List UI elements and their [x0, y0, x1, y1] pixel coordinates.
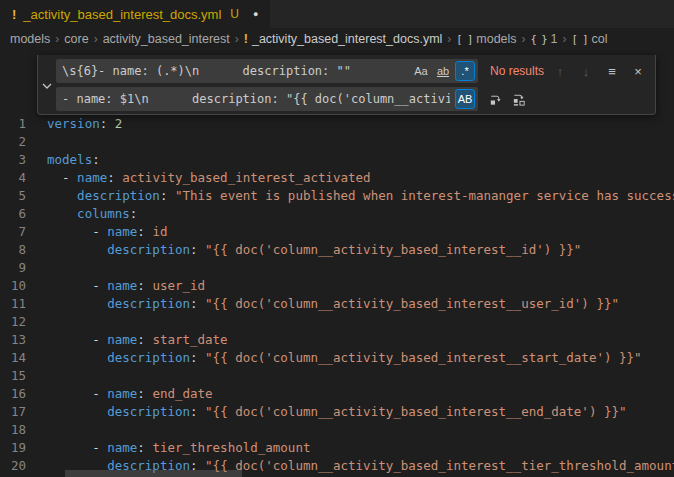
code-text: columns: — [26, 205, 137, 223]
breadcrumb-separator: › — [522, 32, 526, 46]
code-text: version: 2 — [26, 115, 122, 133]
code-line[interactable]: 14 description: "{{ doc('column__activit… — [0, 349, 674, 367]
code-line[interactable]: 13 - name: start_date — [0, 331, 674, 349]
git-status-badge: U — [230, 7, 239, 21]
code-text: description: "{{ doc('column__activity_b… — [26, 295, 619, 313]
code-line[interactable]: 9 — [0, 259, 674, 277]
replace-input[interactable] — [56, 87, 478, 111]
tab-title: _activity_based_interest_docs.yml — [23, 7, 221, 22]
line-number[interactable]: 17 — [0, 403, 26, 421]
chevron-down-icon — [42, 76, 52, 94]
code-text: - name: start_date — [26, 331, 228, 349]
code-line[interactable]: 8 description: "{{ doc('column__activity… — [0, 241, 674, 259]
array-symbol-icon: [ ] — [572, 33, 588, 45]
editor-pane[interactable]: Aa ab .* No results ↑ ↓ ≡ × AB — [0, 50, 674, 477]
code-line[interactable]: 18 — [0, 421, 674, 439]
code-line[interactable]: 19 - name: tier_threshold_amount — [0, 439, 674, 457]
code-text — [26, 367, 47, 385]
line-number[interactable]: 12 — [0, 313, 26, 331]
code-line[interactable]: 17 description: "{{ doc('column__activit… — [0, 403, 674, 421]
breadcrumb: models›core›activity_based_interest›!_ac… — [0, 28, 674, 50]
code-text: models: — [26, 151, 100, 169]
line-number[interactable]: 4 — [0, 169, 26, 187]
breadcrumb-item[interactable]: models — [10, 32, 50, 46]
line-number[interactable]: 10 — [0, 277, 26, 295]
breadcrumb-item[interactable]: [ ]models — [456, 32, 516, 46]
line-number[interactable]: 14 — [0, 349, 26, 367]
close-button[interactable]: × — [629, 62, 647, 80]
code-text: description: "{{ doc('column__activity_b… — [26, 241, 581, 259]
code-line[interactable]: 2 — [0, 133, 674, 151]
line-number[interactable]: 16 — [0, 385, 26, 403]
code-line[interactable]: 15 — [0, 367, 674, 385]
code-text — [26, 133, 47, 151]
code-text: - name: tier_threshold_amount — [26, 439, 310, 457]
code-text: description: "This event is published wh… — [26, 187, 674, 205]
breadcrumb-item[interactable]: !_activity_based_interest_docs.yml — [244, 32, 443, 46]
editor-tab[interactable]: ! _activity_based_interest_docs.yml U ● — [0, 0, 270, 28]
breadcrumb-label: core — [64, 32, 88, 46]
breadcrumb-item[interactable]: core — [64, 32, 88, 46]
code-text — [26, 421, 47, 439]
horizontal-scrollbar[interactable] — [65, 470, 242, 477]
replace-icon — [488, 92, 503, 107]
warning-file-icon: ! — [244, 32, 248, 46]
code-text: description: "{{ doc('column__activity_b… — [26, 349, 642, 367]
find-results-count: No results — [490, 64, 544, 78]
code-line[interactable]: 11 description: "{{ doc('column__activit… — [0, 295, 674, 313]
code-line[interactable]: 5 description: "This event is published … — [0, 187, 674, 205]
tab-bar: ! _activity_based_interest_docs.yml U ● — [0, 0, 674, 28]
line-number[interactable]: 2 — [0, 133, 26, 151]
code-line[interactable]: 3models: — [0, 151, 674, 169]
code-line[interactable]: 1version: 2 — [0, 115, 674, 133]
breadcrumb-label: 1 — [551, 32, 558, 46]
line-number[interactable]: 8 — [0, 241, 26, 259]
line-number[interactable]: 7 — [0, 223, 26, 241]
line-number[interactable]: 3 — [0, 151, 26, 169]
code-text: - name: activity_based_interest_activate… — [26, 169, 371, 187]
whole-word-icon: ab — [437, 66, 449, 77]
code-line[interactable]: 6 columns: — [0, 205, 674, 223]
code-text: description: "{{ doc('column__activity_b… — [26, 403, 627, 421]
regex-button[interactable]: .* — [455, 61, 475, 81]
line-number[interactable]: 11 — [0, 295, 26, 313]
find-input-box: Aa ab .* — [56, 59, 478, 83]
next-match-button[interactable]: ↓ — [577, 62, 595, 80]
whole-word-button[interactable]: ab — [433, 61, 453, 81]
breadcrumb-label: _activity_based_interest_docs.yml — [252, 32, 442, 46]
warning-file-icon: ! — [12, 7, 16, 22]
preserve-case-button[interactable]: AB — [455, 89, 475, 109]
breadcrumb-separator: › — [235, 32, 239, 46]
line-number[interactable]: 18 — [0, 421, 26, 439]
replace-all-button[interactable] — [510, 90, 528, 108]
line-number[interactable]: 5 — [0, 187, 26, 205]
breadcrumb-label: models — [10, 32, 50, 46]
match-case-button[interactable]: Aa — [411, 61, 431, 81]
find-in-selection-button[interactable]: ≡ — [603, 62, 621, 80]
line-number[interactable]: 9 — [0, 259, 26, 277]
breadcrumb-item[interactable]: activity_based_interest — [103, 32, 230, 46]
line-number[interactable]: 6 — [0, 205, 26, 223]
breadcrumb-separator: › — [94, 32, 98, 46]
replace-input-box: AB — [56, 87, 478, 111]
previous-match-button[interactable]: ↑ — [551, 62, 569, 80]
code-line[interactable]: 4 - name: activity_based_interest_activa… — [0, 169, 674, 187]
code-line[interactable]: 12 — [0, 313, 674, 331]
code-line[interactable]: 16 - name: end_date — [0, 385, 674, 403]
modified-indicator[interactable]: ● — [253, 9, 258, 19]
line-number[interactable]: 15 — [0, 367, 26, 385]
replace-button[interactable] — [486, 90, 504, 108]
line-number[interactable]: 20 — [0, 457, 26, 475]
line-number[interactable]: 19 — [0, 439, 26, 457]
code-line[interactable]: 10 - name: user_id — [0, 277, 674, 295]
object-symbol-icon: { } — [531, 33, 547, 45]
breadcrumb-item[interactable]: [ ]col — [572, 32, 608, 46]
breadcrumb-item[interactable]: { }1 — [531, 32, 558, 46]
toggle-replace-button[interactable] — [38, 55, 56, 114]
code-area: 1version: 223models:4 - name: activity_b… — [0, 115, 674, 475]
code-line[interactable]: 7 - name: id — [0, 223, 674, 241]
code-text — [26, 259, 47, 277]
line-number[interactable]: 13 — [0, 331, 26, 349]
line-number[interactable]: 1 — [0, 115, 26, 133]
code-text: - name: id — [26, 223, 167, 241]
